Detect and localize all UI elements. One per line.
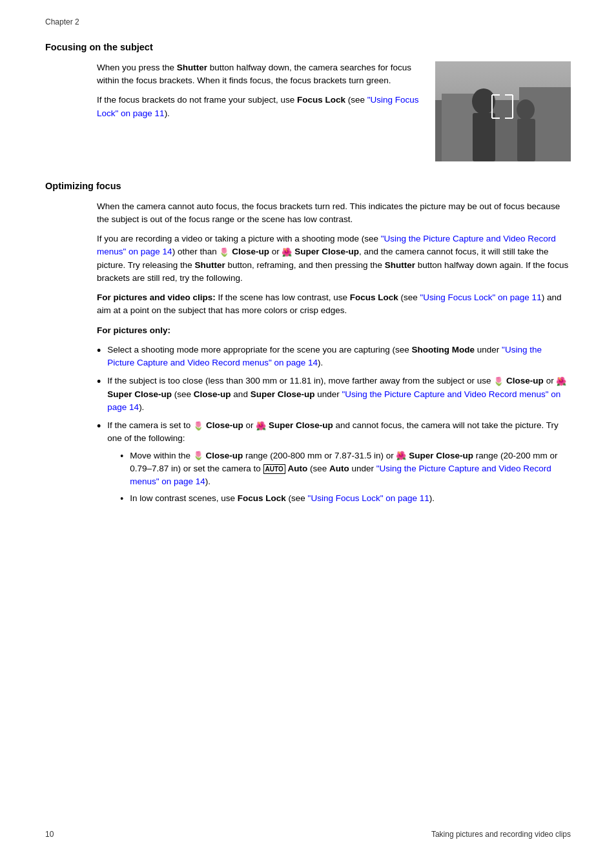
close-up-bold-ref: Close-up (194, 389, 231, 399)
sub-bullet-dot-2: • (120, 493, 123, 506)
for-pictures-video-bold: For pictures and video clips: (97, 293, 216, 302)
svg-rect-5 (473, 113, 495, 161)
optimizing-para3-video: For pictures and video clips: If the sce… (97, 291, 571, 318)
camera-photo (435, 61, 571, 161)
svg-point-6 (517, 99, 535, 120)
section-focusing: Focusing on the subject When you press t… (45, 41, 571, 161)
page-footer: 10 Taking pictures and recording video c… (45, 828, 571, 840)
section-optimizing: Optimizing focus When the camera cannot … (45, 180, 571, 509)
sub-bullet-item-1: • Move within the 🌷 Close-up range (200-… (120, 449, 571, 489)
page-container: Chapter 2 Focusing on the subject When y… (0, 0, 616, 566)
bullet-2-text: If the subject is too close (less than 3… (107, 375, 571, 414)
sub-bullet-2-text: In low contrast scenes, use Focus Lock (… (130, 492, 435, 505)
focusing-content-with-image: When you press the Shutter button halfwa… (97, 61, 571, 161)
auto-bold: Auto (288, 464, 308, 473)
close-up-bold-3: Close-up (206, 420, 243, 430)
for-pictures-only-bold: For pictures only: (97, 325, 170, 335)
close-up-icon-2: 🌷 (493, 375, 504, 388)
super-close-up-icon-1: 🌺 (282, 246, 292, 259)
focus-lock-bold-2: Focus Lock (350, 293, 398, 302)
close-up-bold-2: Close-up (506, 376, 544, 385)
sub-bullet-1-text: Move within the 🌷 Close-up range (200-80… (130, 449, 571, 489)
shutter-bold-1: Shutter (177, 63, 207, 72)
shooting-mode-bold: Shooting Mode (412, 345, 475, 355)
page-number: 10 (45, 828, 54, 840)
shutter-bold-3: Shutter (385, 260, 415, 270)
super-close-up-bold-2: Super Close-up (107, 389, 172, 399)
close-up-icon-1: 🌷 (219, 246, 229, 259)
auto-bold-ref: Auto (329, 464, 349, 473)
focus-lock-link-1[interactable]: "Using Focus Lock" on page 11 (97, 95, 419, 118)
focus-lock-link-2[interactable]: "Using Focus Lock" on page 11 (420, 293, 541, 302)
focusing-para1: When you press the Shutter button halfwa… (97, 61, 422, 88)
super-close-up-icon-4: 🌺 (396, 449, 406, 462)
bullet-item-2: • If the subject is too close (less than… (97, 375, 571, 414)
focusing-para2: If the focus brackets do not frame your … (97, 94, 422, 120)
shutter-bold-2: Shutter (195, 260, 225, 270)
svg-rect-7 (517, 119, 535, 161)
chapter-label: Chapter 2 (45, 16, 571, 28)
page-title: Taking pictures and recording video clip… (431, 828, 571, 840)
bullet-item-3: • If the camera is set to 🌷 Close-up or … (97, 419, 571, 509)
sub-bullet-dot-1: • (120, 450, 123, 463)
photo-svg (435, 61, 571, 161)
super-close-up-bold-3: Super Close-up (269, 420, 333, 430)
bullet-item-1: • Select a shooting mode more appropriat… (97, 344, 571, 370)
link-picture-capture-2[interactable]: "Using the Picture Capture and Video Rec… (107, 345, 542, 367)
super-close-up-icon-2: 🌺 (556, 375, 566, 388)
optimizing-para2: If you are recording a video or taking a… (97, 232, 571, 285)
close-up-bold-4: Close-up (206, 451, 243, 460)
bullet-dot-3: • (97, 420, 101, 434)
optimizing-para1: When the camera cannot auto focus, the f… (97, 200, 571, 227)
bullet-3-text: If the camera is set to 🌷 Close-up or 🌺 … (107, 419, 571, 509)
close-up-icon-4: 🌷 (193, 449, 203, 462)
super-close-up-bold-1: Super Close-up (294, 247, 359, 256)
close-up-icon-3: 🌷 (193, 420, 203, 433)
super-close-up-bold-4: Super Close-up (409, 451, 473, 460)
section-focusing-heading: Focusing on the subject (45, 41, 571, 55)
close-up-bold-1: Close-up (232, 247, 269, 256)
focus-lock-bold-1: Focus Lock (297, 95, 345, 105)
for-pictures-only-heading: For pictures only: (97, 324, 571, 337)
super-close-up-icon-3: 🌺 (256, 420, 266, 433)
pictures-only-bullet-list: • Select a shooting mode more appropriat… (97, 344, 571, 509)
focus-lock-link-3[interactable]: "Using Focus Lock" on page 11 (308, 493, 429, 503)
sub-bullet-item-2: • In low contrast scenes, use Focus Lock… (120, 492, 571, 506)
section-focusing-body: When you press the Shutter button halfwa… (45, 61, 571, 161)
bullet-dot-2: • (97, 375, 101, 389)
bullet-dot-1: • (97, 344, 101, 358)
bullet-1-text: Select a shooting mode more appropriate … (107, 344, 571, 370)
sub-bullet-list: • Move within the 🌷 Close-up range (200-… (107, 449, 571, 506)
focusing-text: When you press the Shutter button halfwa… (97, 61, 422, 127)
link-picture-capture-3[interactable]: "Using the Picture Capture and Video Rec… (107, 389, 560, 412)
super-close-up-bold-ref: Super Close-up (251, 389, 315, 399)
section-optimizing-heading: Optimizing focus (45, 180, 571, 194)
section-optimizing-body: When the camera cannot auto focus, the f… (45, 200, 571, 509)
auto-badge: AUTO (263, 464, 285, 474)
focus-lock-bold-3: Focus Lock (238, 493, 286, 503)
